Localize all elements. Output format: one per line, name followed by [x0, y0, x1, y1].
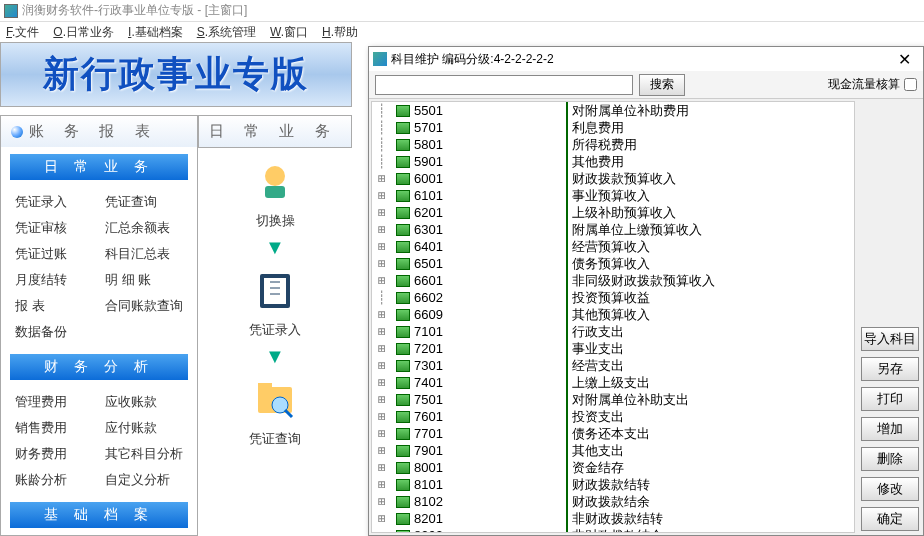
tree-row[interactable]: ⊞7101行政支出 — [372, 323, 854, 340]
subject-code: 5701 — [414, 120, 443, 135]
workflow-icon[interactable] — [245, 265, 305, 315]
subject-name: 投资预算收益 — [572, 290, 650, 305]
expand-icon[interactable]: ⊞ — [372, 256, 392, 271]
menu-item[interactable]: 凭证录入 — [9, 189, 99, 215]
workflow-icon[interactable] — [245, 156, 305, 206]
subject-icon — [566, 102, 568, 119]
menu-日常业务[interactable]: O.日常业务 — [53, 24, 114, 40]
tree-row[interactable]: ┊5501对附属单位补助费用 — [372, 102, 854, 119]
expand-icon[interactable]: ⊞ — [372, 222, 392, 237]
tree-row[interactable]: ⊞7501对附属单位补助支出 — [372, 391, 854, 408]
section-title[interactable]: 日 常 业 务 — [9, 153, 189, 181]
search-button[interactable]: 搜索 — [639, 74, 685, 96]
btn-修改[interactable]: 修改 — [861, 477, 919, 501]
menu-item[interactable]: 应收账款 — [99, 389, 189, 415]
expand-icon[interactable]: ⊞ — [372, 205, 392, 220]
menu-item[interactable]: 汇总余额表 — [99, 215, 189, 241]
menu-基础档案[interactable]: I.基础档案 — [128, 24, 183, 40]
subject-icon — [396, 360, 410, 372]
tree-row[interactable]: ⊞8001资金结存 — [372, 459, 854, 476]
tree-row[interactable]: ┊5701利息费用 — [372, 119, 854, 136]
subject-name: 非同级财政拨款预算收入 — [572, 273, 715, 288]
menu-item[interactable]: 明 细 账 — [99, 267, 189, 293]
bullet-icon — [11, 126, 23, 138]
menu-item[interactable]: 合同账款查询 — [99, 293, 189, 319]
cashflow-checkbox[interactable] — [904, 78, 917, 91]
section-title[interactable]: 财 务 分 析 — [9, 353, 189, 381]
tree-row[interactable]: ⊞6301附属单位上缴预算收入 — [372, 221, 854, 238]
tree-row[interactable]: ┊5801所得税费用 — [372, 136, 854, 153]
search-input[interactable] — [375, 75, 633, 95]
tree-row[interactable]: ⊞7901其他支出 — [372, 442, 854, 459]
expand-icon[interactable]: ⊞ — [372, 477, 392, 492]
subject-code: 7401 — [414, 375, 443, 390]
expand-icon[interactable]: ⊞ — [372, 528, 392, 533]
section-title[interactable]: 基 础 档 案 — [9, 501, 189, 529]
menu-item[interactable]: 账龄分析 — [9, 467, 99, 493]
expand-icon[interactable]: ⊞ — [372, 494, 392, 509]
expand-icon[interactable]: ⊞ — [372, 375, 392, 390]
menu-帮助[interactable]: H.帮助 — [322, 24, 358, 40]
expand-icon[interactable]: ⊞ — [372, 239, 392, 254]
menu-item[interactable]: 销售费用 — [9, 415, 99, 441]
expand-icon[interactable]: ⊞ — [372, 511, 392, 526]
menu-item[interactable]: 数据备份 — [9, 319, 99, 345]
expand-icon[interactable]: ⊞ — [372, 426, 392, 441]
tree-row[interactable]: ⊞6001财政拨款预算收入 — [372, 170, 854, 187]
btn-另存[interactable]: 另存 — [861, 357, 919, 381]
tree-row[interactable]: ⊞7301经营支出 — [372, 357, 854, 374]
btn-确定[interactable]: 确定 — [861, 507, 919, 531]
tree-row[interactable]: ⊞6401经营预算收入 — [372, 238, 854, 255]
close-icon[interactable]: ✕ — [890, 50, 919, 69]
expand-icon[interactable]: ⊞ — [372, 460, 392, 475]
menu-item[interactable]: 管理费用 — [9, 389, 99, 415]
expand-icon[interactable]: ⊞ — [372, 307, 392, 322]
tree-row[interactable]: ┊6602投资预算收益 — [372, 289, 854, 306]
expand-icon[interactable]: ⊞ — [372, 324, 392, 339]
cashflow-check-label[interactable]: 现金流量核算 — [828, 76, 917, 93]
tree-row[interactable]: ⊞8202非财政拨款结余 — [372, 527, 854, 533]
menu-item[interactable]: 凭证查询 — [99, 189, 189, 215]
menu-item[interactable]: 科目汇总表 — [99, 241, 189, 267]
expand-icon[interactable]: ⊞ — [372, 392, 392, 407]
expand-icon[interactable]: ⊞ — [372, 171, 392, 186]
menu-item[interactable]: 凭证过账 — [9, 241, 99, 267]
menu-窗口[interactable]: W.窗口 — [270, 24, 308, 40]
expand-icon[interactable]: ⊞ — [372, 358, 392, 373]
tree-row[interactable]: ⊞6601非同级财政拨款预算收入 — [372, 272, 854, 289]
btn-删除[interactable]: 删除 — [861, 447, 919, 471]
btn-打印[interactable]: 打印 — [861, 387, 919, 411]
tree-row[interactable]: ⊞7601投资支出 — [372, 408, 854, 425]
subject-code: 8001 — [414, 460, 443, 475]
menu-系统管理[interactable]: S.系统管理 — [197, 24, 256, 40]
tree-row[interactable]: ⊞8102财政拨款结余 — [372, 493, 854, 510]
menu-item[interactable]: 财务费用 — [9, 441, 99, 467]
workflow-icon[interactable] — [245, 374, 305, 424]
expand-icon[interactable]: ⊞ — [372, 443, 392, 458]
menu-item[interactable]: 自定义分析 — [99, 467, 189, 493]
tree-row[interactable]: ⊞7201事业支出 — [372, 340, 854, 357]
tree-row[interactable]: ⊞6501债务预算收入 — [372, 255, 854, 272]
btn-导入科目[interactable]: 导入科目 — [861, 327, 919, 351]
tree-branch: ┊ — [372, 120, 392, 135]
menu-item[interactable]: 应付账款 — [99, 415, 189, 441]
menu-item[interactable]: 其它科目分析 — [99, 441, 189, 467]
tree-row[interactable]: ⊞7401上缴上级支出 — [372, 374, 854, 391]
tree-row[interactable]: ⊞6609其他预算收入 — [372, 306, 854, 323]
tree-row[interactable]: ⊞6101事业预算收入 — [372, 187, 854, 204]
menu-item[interactable]: 报 表 — [9, 293, 99, 319]
subject-tree[interactable]: ┊5501对附属单位补助费用┊5701利息费用┊5801所得税费用┊5901其他… — [371, 101, 855, 533]
tree-row[interactable]: ⊞7701债务还本支出 — [372, 425, 854, 442]
tree-row[interactable]: ⊞8201非财政拨款结转 — [372, 510, 854, 527]
expand-icon[interactable]: ⊞ — [372, 188, 392, 203]
menu-文件[interactable]: F.文件 — [6, 24, 39, 40]
tree-row[interactable]: ⊞6201上级补助预算收入 — [372, 204, 854, 221]
tree-row[interactable]: ┊5901其他费用 — [372, 153, 854, 170]
btn-增加[interactable]: 增加 — [861, 417, 919, 441]
menu-item[interactable]: 月度结转 — [9, 267, 99, 293]
menu-item[interactable]: 凭证审核 — [9, 215, 99, 241]
tree-row[interactable]: ⊞8101财政拨款结转 — [372, 476, 854, 493]
expand-icon[interactable]: ⊞ — [372, 273, 392, 288]
expand-icon[interactable]: ⊞ — [372, 409, 392, 424]
expand-icon[interactable]: ⊞ — [372, 341, 392, 356]
